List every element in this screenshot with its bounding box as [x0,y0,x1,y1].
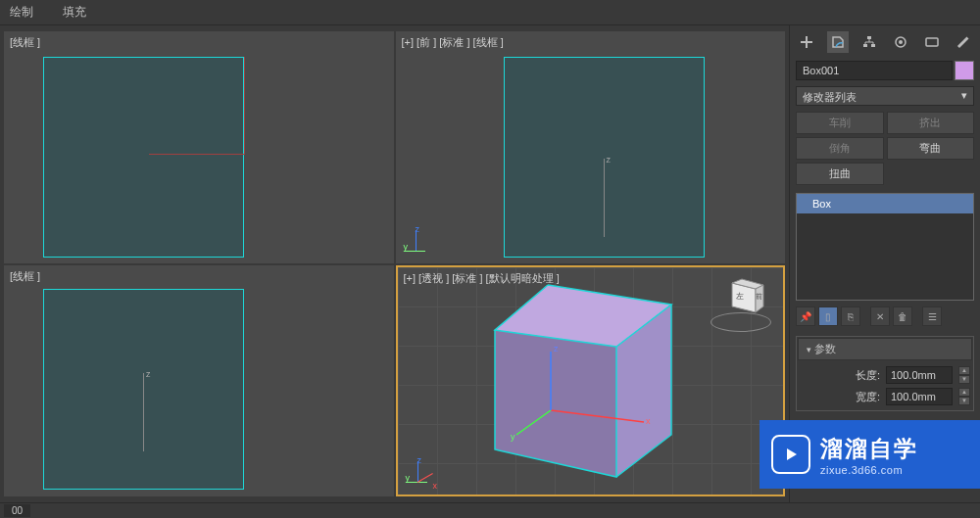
extrude-button[interactable]: 挤出 [887,112,975,134]
length-label: 长度: [856,368,880,383]
spinner-up-icon[interactable]: ▲ [958,388,970,397]
svg-point-24 [899,40,903,44]
lathe-button[interactable]: 车削 [796,112,884,134]
object-name-field[interactable] [796,61,953,80]
object-color-swatch[interactable] [955,61,974,80]
pin-stack-icon[interactable]: 📌 [796,306,815,326]
svg-text:z: z [554,344,559,353]
chamfer-button[interactable]: 倒角 [796,137,884,160]
viewport-area: [线框 ] [+] [前 ] [标准 ] [线框 ] z z y [线框 ] [0,25,789,502]
width-input[interactable] [886,388,953,405]
watermark-url: zixue.3d66.com [820,464,918,476]
modify-tab-icon[interactable] [827,31,849,53]
length-input[interactable] [886,366,953,384]
viewport-label[interactable]: [+] [透视 ] [标准 ] [默认明暗处理 ] [404,271,560,286]
svg-marker-26 [787,448,797,460]
svg-text:x: x [646,416,651,426]
cube-object[interactable]: x y z [487,283,693,479]
status-bar: 00 [0,502,980,518]
viewport-perspective[interactable]: [+] [透视 ] [标准 ] [默认明暗处理 ] x y z [396,265,786,497]
modifier-stack[interactable]: Box [796,193,974,301]
create-tab-icon[interactable] [796,31,817,53]
svg-text:前: 前 [756,293,762,300]
remove-modifier-icon[interactable]: ✕ [870,306,890,326]
show-end-result-icon[interactable]: ▯ [818,306,838,326]
spinner-down-icon[interactable]: ▼ [958,397,970,405]
viewport-label[interactable]: [线框 ] [10,35,40,50]
configure-sets-icon[interactable]: ☰ [922,306,942,326]
spinner-down-icon[interactable]: ▼ [958,375,970,384]
trash-icon[interactable]: 🗑 [893,306,912,326]
viewport-front[interactable]: [+] [前 ] [标准 ] [线框 ] z z y [396,31,786,263]
svg-text:左: 左 [736,292,744,301]
watermark-title: 溜溜自学 [820,434,918,464]
make-unique-icon[interactable]: ⎘ [841,306,860,326]
menu-fill[interactable]: 填充 [63,4,86,21]
watermark: 溜溜自学 zixue.3d66.com [760,420,980,489]
svg-rect-25 [926,38,938,46]
motion-tab-icon[interactable] [890,31,911,53]
modifier-list-dropdown[interactable]: 修改器列表 [796,86,974,106]
axis-indicator-icon: z y x [406,457,435,487]
svg-rect-18 [871,44,875,47]
viewport-label[interactable]: [+] [前 ] [标准 ] [线框 ] [402,35,504,50]
panel-tabs [796,31,974,53]
viewport-bottom-left[interactable]: [线框 ] z [4,265,394,497]
viewcube[interactable]: 左 前 [710,277,771,338]
width-label: 宽度: [856,390,880,404]
twist-button[interactable]: 扭曲 [796,163,884,185]
utilities-tab-icon[interactable] [953,31,974,53]
display-tab-icon[interactable] [921,31,943,53]
params-rollout[interactable]: 参数 [798,338,972,360]
top-menu: 绘制 填充 [0,0,980,25]
spinner-up-icon[interactable]: ▲ [958,366,970,375]
axis-indicator-icon: z y [404,226,433,256]
svg-rect-16 [867,36,871,39]
stack-item-box[interactable]: Box [797,194,973,213]
hierarchy-tab-icon[interactable] [858,31,880,53]
svg-rect-17 [863,44,867,47]
play-icon [771,435,810,474]
object-wireframe[interactable] [43,57,244,258]
menu-draw[interactable]: 绘制 [10,4,33,21]
svg-text:y: y [511,432,515,442]
bend-button[interactable]: 弯曲 [887,137,975,160]
frame-indicator[interactable]: 00 [4,504,30,517]
viewport-top-left[interactable]: [线框 ] [4,31,394,263]
viewport-label[interactable]: [线框 ] [10,269,40,284]
